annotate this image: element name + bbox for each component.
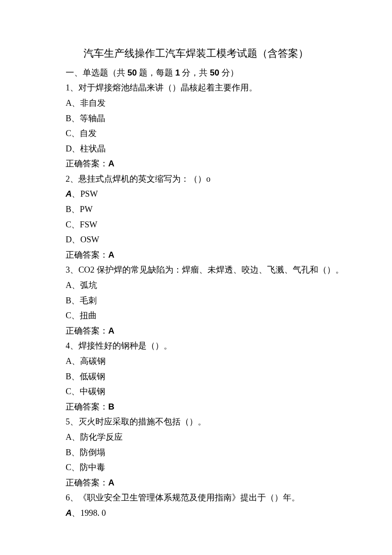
q1-option-a: A、非自发 [66,96,326,111]
q1-answer-value: A [108,159,114,168]
q2-option-b: B、PW [66,202,326,217]
q4-option-c: C、中碳钢 [66,384,326,399]
q4-answer: 正确答案：B [66,399,326,415]
q3-option-b: B、毛刺 [66,293,326,308]
q1-answer-label: 正确答案： [66,159,108,168]
q5-stem: 5、灭火时应采取的措施不包括（）。 [66,414,326,430]
q4-option-a: A、高碳钢 [66,354,326,369]
q3-answer-value: A [108,326,114,335]
q2-option-a: A、PSW [66,186,326,202]
q6-a-prefix: A [66,508,72,517]
q4-answer-value: B [108,402,114,411]
q6-a-rest: 、1998. 0 [72,508,106,517]
q4-answer-label: 正确答案： [66,402,108,411]
q4-stem: 4、焊接性好的钢种是（）。 [66,338,326,354]
q1-stem: 1、对于焊接熔池结晶来讲（）晶核起着主要作用。 [66,80,326,96]
q2-a-rest: 、PSW [72,189,98,198]
section-prefix: 一、单选题（共 [66,68,127,77]
q6-option-a: A、1998. 0 [66,506,326,521]
q5-answer-value: A [108,478,114,487]
section-perscore: 1 [175,68,180,77]
q1-answer: 正确答案：A [66,156,326,171]
q3-answer: 正确答案：A [66,323,326,339]
q3-stem: 3、CO2 保护焊的常见缺陷为：焊瘤、未焊透、咬边、飞溅、气孔和（）。 [66,262,326,278]
q1-option-c: C、自发 [66,126,326,141]
q1-option-d: D、柱状晶 [66,141,326,157]
section-heading: 一、单选题（共 50 题，每题 1 分，共 50 分） [66,65,326,81]
page: 汽车生产线操作工汽车焊装工模考试题（含答案） 一、单选题（共 50 题，每题 1… [0,0,392,555]
q5-answer: 正确答案：A [66,475,326,491]
section-mid1: 题，每题 [137,68,175,77]
q6-stem: 6、《职业安全卫生管理体系规范及使用指南》提出于（）年。 [66,490,326,506]
section-count2: 50 [210,68,219,77]
q5-option-c: C、防中毒 [66,460,326,475]
q5-option-a: A、防化学反应 [66,430,326,445]
q5-answer-label: 正确答案： [66,478,108,487]
q1-option-b: B、等轴晶 [66,111,326,126]
section-count1: 50 [127,68,137,77]
q3-option-c: C、扭曲 [66,308,326,323]
document-title: 汽车生产线操作工汽车焊装工模考试题（含答案） [66,44,326,63]
q2-option-d: D、OSW [66,232,326,247]
q5-option-b: B、防倒塌 [66,445,326,460]
q2-option-c: C、FSW [66,217,326,232]
q3-option-a: A、弧坑 [66,278,326,293]
q2-answer-value: A [108,250,114,259]
section-suffix: 分） [219,68,239,77]
q2-stem: 2、悬挂式点焊机的英文缩写为：（）o [66,171,326,187]
q3-answer-label: 正确答案： [66,326,108,335]
q2-answer-label: 正确答案： [66,250,108,259]
q2-a-prefix: A [66,189,72,198]
q2-answer: 正确答案：A [66,247,326,263]
q4-option-b: B、低碳钢 [66,369,326,384]
section-mid2: 分，共 [180,68,210,77]
